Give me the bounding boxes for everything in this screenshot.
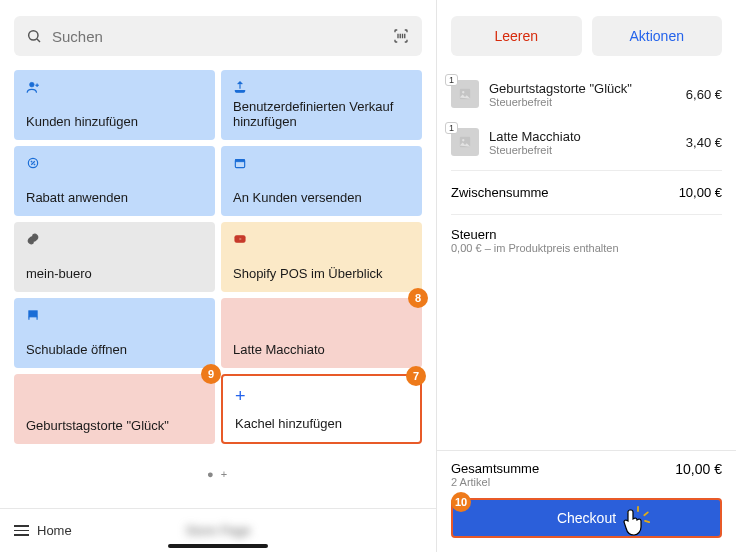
hamburger-icon — [14, 522, 29, 539]
svg-point-24 — [462, 139, 464, 141]
svg-point-0 — [29, 31, 38, 40]
item-name: Geburtstagstorte "Glück" — [489, 81, 676, 96]
callout-badge-8: 8 — [408, 288, 428, 308]
callout-badge-9: 9 — [201, 364, 221, 384]
cart-item[interactable]: 1 Geburtstagstorte "Glück" Steuerbefreit… — [451, 70, 722, 118]
bottom-bar: Home Store Page — [0, 508, 436, 552]
product-icon — [233, 308, 410, 324]
svg-point-11 — [31, 161, 32, 162]
grand-total-label: Gesamtsumme — [451, 461, 539, 476]
tile-open-drawer[interactable]: Schublade öffnen — [14, 298, 215, 368]
tile-label: mein-buero — [26, 266, 203, 282]
tile-label: Shopify POS im Überblick — [233, 266, 410, 282]
calendar-icon — [233, 156, 410, 172]
click-spark-icon — [624, 504, 652, 532]
tax-label: Steuern — [451, 227, 722, 242]
svg-line-1 — [37, 39, 40, 42]
subtotal-label: Zwischensumme — [451, 185, 549, 200]
home-indicator — [168, 544, 268, 548]
tile-custom-sale[interactable]: Benutzerdefinierten Verkauf hinzufügen — [221, 70, 422, 140]
plus-icon: + — [235, 386, 408, 402]
svg-line-26 — [644, 512, 648, 515]
clear-cart-button[interactable]: Leeren — [451, 16, 582, 56]
svg-point-6 — [30, 82, 35, 87]
tax-sub: 0,00 € – im Produktpreis enthalten — [451, 242, 722, 254]
page-dots[interactable]: ● + — [0, 468, 436, 480]
cursor-icon — [622, 508, 646, 538]
grand-total-value: 10,00 € — [675, 461, 722, 477]
left-panel: Kunden hinzufügen Benutzerdefinierten Ve… — [0, 0, 436, 552]
tile-product-latte[interactable]: 8 Latte Macchiato — [221, 298, 422, 368]
callout-badge-7: 7 — [406, 366, 426, 386]
tile-label: Schublade öffnen — [26, 342, 203, 358]
search-input[interactable] — [14, 16, 422, 56]
cart-item[interactable]: 1 Latte Macchiato Steuerbefreit 3,40 € — [451, 118, 722, 166]
svg-point-22 — [462, 91, 464, 93]
upload-icon — [233, 80, 410, 96]
tile-shopify-pos-overview[interactable]: Shopify POS im Überblick — [221, 222, 422, 292]
tile-send-to-customer[interactable]: An Kunden versenden — [221, 146, 422, 216]
app-root: Kunden hinzufügen Benutzerdefinierten Ve… — [0, 0, 736, 552]
play-icon — [233, 232, 410, 248]
more-actions-button[interactable]: Aktionen — [592, 16, 723, 56]
menu-button[interactable]: Home — [14, 522, 72, 539]
svg-line-27 — [628, 512, 632, 515]
tile-label: Rabatt anwenden — [26, 190, 203, 206]
cart-footer: Gesamtsumme 2 Artikel 10,00 € 10 Checkou… — [437, 450, 736, 552]
barcode-scan-icon[interactable] — [392, 27, 410, 45]
checkout-label: Checkout — [557, 510, 616, 526]
tile-grid: Kunden hinzufügen Benutzerdefinierten Ve… — [0, 70, 436, 444]
svg-line-28 — [645, 521, 649, 522]
item-tax-status: Steuerbefreit — [489, 96, 676, 108]
tile-add-customer[interactable]: Kunden hinzufügen — [14, 70, 215, 140]
tile-product-cake[interactable]: 9 Geburtstagstorte "Glück" — [14, 374, 215, 444]
tile-app-meinbuero[interactable]: mein-buero — [14, 222, 215, 292]
tile-label: Kunden hinzufügen — [26, 114, 203, 130]
search-icon — [26, 28, 42, 44]
tile-label: An Kunden versenden — [233, 190, 410, 206]
tile-add-tile[interactable]: 7 + Kachel hinzufügen — [221, 374, 422, 444]
svg-rect-14 — [235, 160, 244, 162]
person-add-icon — [26, 80, 203, 96]
svg-point-12 — [34, 164, 35, 165]
blurred-label: Store Page — [185, 523, 250, 538]
item-name: Latte Macchiato — [489, 129, 676, 144]
tax-row: Steuern 0,00 € – im Produktpreis enthalt… — [451, 219, 722, 262]
svg-line-29 — [627, 521, 631, 522]
qty-badge: 1 — [445, 74, 458, 86]
link-icon — [26, 232, 203, 248]
tile-apply-discount[interactable]: Rabatt anwenden — [14, 146, 215, 216]
tile-label: Latte Macchiato — [233, 342, 410, 358]
tile-label: Geburtstagstorte "Glück" — [26, 418, 203, 434]
item-tax-status: Steuerbefreit — [489, 144, 676, 156]
tile-label: Kachel hinzufügen — [235, 416, 408, 432]
subtotal-row: Zwischensumme 10,00 € — [451, 175, 722, 210]
tile-label: Benutzerdefinierten Verkauf hinzufügen — [233, 99, 410, 130]
qty-badge: 1 — [445, 122, 458, 134]
drawer-icon — [26, 308, 203, 324]
search-field[interactable] — [52, 28, 392, 45]
item-thumbnail: 1 — [451, 80, 479, 108]
checkout-button[interactable]: 10 Checkout — [451, 498, 722, 538]
item-price: 6,60 € — [686, 87, 722, 102]
home-label: Home — [37, 523, 72, 538]
item-thumbnail: 1 — [451, 128, 479, 156]
discount-icon — [26, 156, 203, 172]
item-count: 2 Artikel — [451, 476, 539, 488]
subtotal-value: 10,00 € — [679, 185, 722, 200]
callout-badge-10: 10 — [451, 492, 471, 512]
product-icon — [26, 384, 203, 400]
cart-panel: Leeren Aktionen 1 Geburtstagstorte "Glüc… — [436, 0, 736, 552]
item-price: 3,40 € — [686, 135, 722, 150]
